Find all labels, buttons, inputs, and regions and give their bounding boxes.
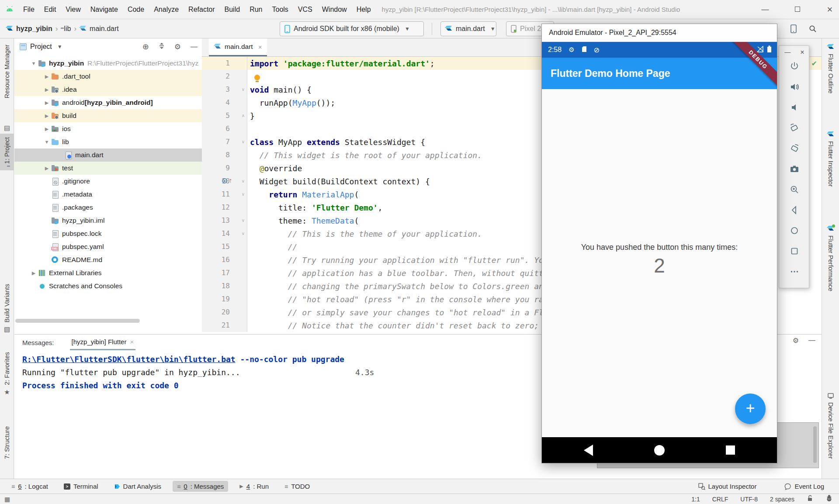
tree-item-packages[interactable]: .packages bbox=[14, 201, 202, 214]
tool-button-flutter-performance[interactable]: Flutter Performance bbox=[822, 225, 839, 291]
menu-edit[interactable]: Edit bbox=[39, 6, 61, 14]
emulator-screen[interactable]: 2:58 ⚙ ⊘ Flutter Demo Home Page bbox=[542, 42, 777, 463]
hide-panel-icon[interactable]: — bbox=[191, 43, 198, 51]
tree-item-hyzp-yibin[interactable]: ▼hyzp_yibinR:\FlutterProject\FlutterProj… bbox=[14, 57, 202, 70]
device-manager-icon[interactable] bbox=[788, 24, 799, 34]
tool-button-structure[interactable]: 7: Structure bbox=[0, 426, 14, 459]
indent-setting[interactable]: 2 spaces bbox=[770, 496, 794, 503]
tree-item-metadata[interactable]: .metadata bbox=[14, 188, 202, 201]
chevron-right-icon[interactable]: ▶ bbox=[42, 74, 51, 79]
menu-tools[interactable]: Tools bbox=[267, 6, 293, 14]
chevron-down-icon[interactable]: ▼ bbox=[42, 139, 51, 145]
emulator-camera-icon[interactable] bbox=[790, 164, 799, 174]
tab-main-dart[interactable]: main.dart × bbox=[209, 38, 267, 56]
fold-marker-icon[interactable]: ∨ bbox=[239, 83, 247, 96]
tree-item-readme-md[interactable]: README.md bbox=[14, 253, 202, 266]
menu-analyze[interactable]: Analyze bbox=[149, 6, 184, 14]
minimize-emulator-icon[interactable]: — bbox=[784, 48, 790, 56]
locate-file-icon[interactable]: ⊕ bbox=[142, 42, 149, 52]
tree-item-main-dart[interactable]: main.dart bbox=[14, 148, 202, 162]
tool-button-favorites[interactable]: 2: Favorites ★ bbox=[0, 352, 14, 396]
settings-gear-icon[interactable]: ⚙ bbox=[174, 42, 181, 52]
emulator-overview-icon[interactable] bbox=[790, 246, 799, 256]
workspace-grid-icon[interactable]: ▦ bbox=[4, 496, 10, 503]
layout-inspector-button[interactable]: Layout Inspector bbox=[697, 481, 759, 492]
override-marker-icon[interactable] bbox=[222, 178, 227, 183]
tree-item-android[interactable]: ▶android [hyzp_yibin_android] bbox=[14, 96, 202, 109]
tree-item-external-libraries[interactable]: ▶External Libraries bbox=[14, 266, 202, 280]
horizontal-scrollbar[interactable] bbox=[15, 319, 140, 323]
menu-vcs[interactable]: VCS bbox=[293, 6, 317, 14]
menu-run[interactable]: Run bbox=[245, 6, 267, 14]
emulator-more-icon[interactable] bbox=[790, 267, 799, 276]
minimize-window-icon[interactable]: — bbox=[759, 5, 771, 14]
tree-item-dart-tool[interactable]: ▶.dart_tool bbox=[14, 70, 202, 83]
emulator-title-bar[interactable]: Android Emulator - Pixel_2_API_29:5554 bbox=[542, 24, 777, 42]
menu-navigate[interactable]: Navigate bbox=[86, 6, 123, 14]
tree-item-build[interactable]: ▶build bbox=[14, 109, 202, 122]
nav-back-icon[interactable] bbox=[584, 445, 593, 456]
chevron-right-icon[interactable]: ▶ bbox=[42, 113, 51, 119]
tool-button-terminal[interactable]: >Terminal bbox=[59, 481, 103, 492]
line-endings[interactable]: CRLF bbox=[712, 496, 728, 503]
inspections-ok-icon[interactable]: ✔ bbox=[811, 59, 817, 68]
tree-item-idea[interactable]: ▶.idea bbox=[14, 83, 202, 96]
encoding[interactable]: UTF-8 bbox=[740, 496, 758, 503]
tree-item-test[interactable]: ▶test bbox=[14, 162, 202, 175]
console-file-link[interactable]: R:\Flutter\FlutterSDK\flutter\bin\flutte… bbox=[22, 355, 236, 364]
close-window-icon[interactable]: × bbox=[824, 4, 836, 15]
tool-button-resource-manager[interactable]: Resource Manager bbox=[0, 45, 14, 98]
tool-button-run[interactable]: ▶4: Run bbox=[235, 481, 273, 492]
collapse-all-icon[interactable] bbox=[159, 43, 165, 51]
menu-file[interactable]: File bbox=[18, 6, 39, 14]
menu-window[interactable]: Window bbox=[317, 6, 352, 14]
increment-fab-button[interactable]: + bbox=[735, 394, 766, 424]
fold-marker-icon[interactable]: ∨ bbox=[239, 188, 247, 201]
nav-home-icon[interactable] bbox=[654, 445, 665, 456]
tree-item-scratches-and-consoles[interactable]: Scratches and Consoles bbox=[14, 280, 202, 293]
tool-button-logcat[interactable]: ≡6: Logcat bbox=[7, 481, 52, 492]
search-icon[interactable] bbox=[808, 24, 818, 34]
tree-item-lib[interactable]: ▼lib bbox=[14, 135, 202, 148]
emulator-zoom-icon[interactable] bbox=[790, 185, 799, 194]
menu-help[interactable]: Help bbox=[352, 6, 376, 14]
close-tab-icon[interactable]: × bbox=[130, 338, 134, 345]
tool-button-device-file-explorer[interactable]: Device File Explorer bbox=[822, 392, 839, 459]
nav-overview-icon[interactable] bbox=[726, 445, 735, 455]
close-emulator-icon[interactable]: × bbox=[800, 48, 804, 56]
emulator-home-icon[interactable] bbox=[790, 226, 799, 235]
messages-flutter-tab[interactable]: [hyzp_yibin] Flutter × bbox=[70, 335, 136, 350]
tool-button-dart-analysis[interactable]: Dart Analysis bbox=[110, 481, 166, 492]
run-config-dropdown[interactable]: main.dart ▼ bbox=[440, 21, 496, 36]
close-tab-icon[interactable]: × bbox=[258, 43, 262, 51]
chevron-right-icon[interactable]: ▶ bbox=[42, 126, 51, 132]
menu-code[interactable]: Code bbox=[123, 6, 149, 14]
fold-marker-icon[interactable]: ∧ bbox=[239, 109, 247, 122]
tree-item-hyzp-yibin-iml[interactable]: hyzp_yibin.iml bbox=[14, 214, 202, 227]
tool-button-messages[interactable]: ≡0: Messages bbox=[173, 481, 228, 492]
fold-marker-icon[interactable]: ∨ bbox=[239, 175, 247, 188]
tree-item-pubspec-lock[interactable]: pubspec.lock bbox=[14, 227, 202, 240]
chevron-right-icon[interactable]: ▶ bbox=[29, 270, 38, 276]
breadcrumb-lib[interactable]: lib bbox=[64, 25, 71, 33]
scrollbar[interactable] bbox=[813, 426, 817, 463]
assistant-icon[interactable]: ▤ bbox=[0, 124, 14, 132]
tree-item-ios[interactable]: ▶ios bbox=[14, 122, 202, 135]
chevron-right-icon[interactable]: ▶ bbox=[42, 87, 51, 93]
fold-marker-icon[interactable]: ∨ bbox=[239, 227, 247, 240]
tool-button-project[interactable]: 1: Project bbox=[0, 134, 14, 170]
menu-build[interactable]: Build bbox=[220, 6, 245, 14]
project-panel-header[interactable]: Project ▼ ⊕ ⚙ — bbox=[14, 38, 202, 55]
settings-gear-icon[interactable]: ⚙ bbox=[793, 336, 799, 345]
intention-bulb-icon[interactable] bbox=[254, 75, 260, 80]
tree-item-pubspec-yaml[interactable]: YMLpubspec.yaml bbox=[14, 240, 202, 253]
emulator-volume-down-icon[interactable] bbox=[790, 103, 799, 112]
tool-button-todo[interactable]: ≡TODO bbox=[280, 481, 314, 492]
tool-button-flutter-outline[interactable]: Flutter Outline bbox=[822, 44, 839, 93]
breadcrumb-file[interactable]: main.dart bbox=[90, 25, 119, 33]
tree-item-gitignore[interactable]: .gitignore bbox=[14, 175, 202, 188]
event-log-button[interactable]: Event Log bbox=[783, 481, 826, 492]
emulator-volume-up-icon[interactable] bbox=[790, 82, 799, 92]
chevron-down-icon[interactable]: ▼ bbox=[29, 61, 38, 66]
chevron-right-icon[interactable]: ▶ bbox=[42, 100, 51, 106]
